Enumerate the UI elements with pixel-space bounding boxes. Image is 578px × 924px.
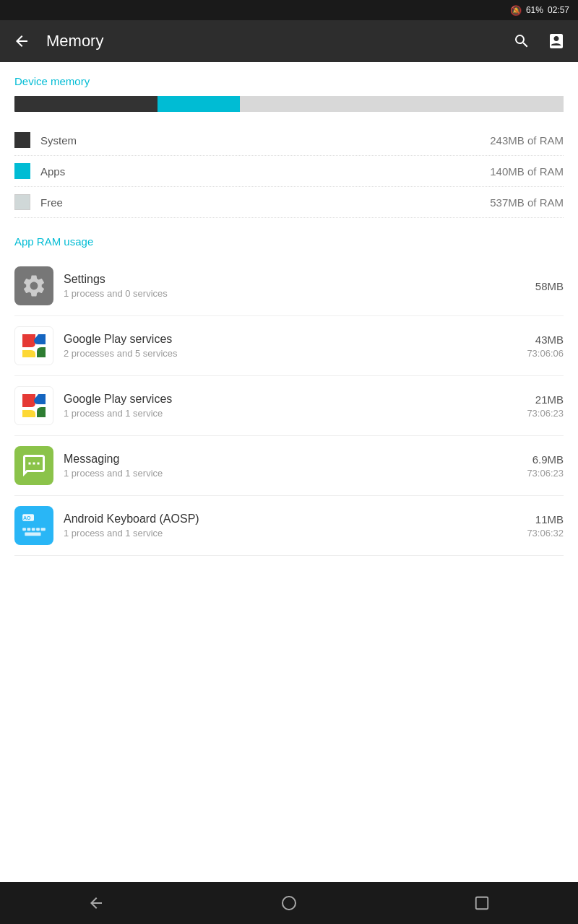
app-name-keyboard: Android Keyboard (AOSP) <box>64 513 517 526</box>
app-processes-settings: 1 process and 0 services <box>64 288 525 299</box>
app-info-play2: Google Play services 1 process and 1 ser… <box>64 393 517 419</box>
app-memory-keyboard: 11MB <box>535 513 564 526</box>
legend-item-system: System 243MB of RAM <box>14 125 564 156</box>
app-memory-play1: 43MB <box>535 334 564 346</box>
app-item-play1[interactable]: Google Play services 2 processes and 5 s… <box>14 316 564 376</box>
app-stats-play2: 21MB 73:06:23 <box>527 393 564 419</box>
nav-back-button[interactable] <box>74 887 118 919</box>
app-bar: Memory <box>0 20 578 62</box>
battery-level: 61% <box>526 5 543 15</box>
svg-rect-9 <box>41 528 46 531</box>
svg-rect-8 <box>36 528 40 531</box>
device-memory-section: Device memory System 243MB of RAM Apps 1… <box>14 75 564 218</box>
app-ram-title: App RAM usage <box>14 235 564 248</box>
app-time-play2: 73:06:23 <box>527 408 564 419</box>
notification-icon: 🔕 <box>510 5 522 16</box>
svg-rect-6 <box>27 528 31 531</box>
svg-rect-12 <box>475 897 488 910</box>
memory-bar-system <box>14 96 158 112</box>
main-content: Device memory System 243MB of RAM Apps 1… <box>0 62 578 882</box>
app-time-play1: 73:06:06 <box>527 348 564 359</box>
app-memory-play2: 21MB <box>535 393 564 406</box>
page-title: Memory <box>46 32 497 51</box>
legend-color-system <box>14 132 30 148</box>
app-memory-settings: 58MB <box>535 280 564 292</box>
memory-detail-button[interactable] <box>540 25 572 57</box>
app-info-settings: Settings 1 process and 0 services <box>64 273 525 299</box>
play-icon-2 <box>14 386 53 425</box>
memory-bar-free <box>240 96 564 112</box>
app-bar-actions <box>506 25 572 57</box>
app-item-play2[interactable]: Google Play services 1 process and 1 ser… <box>14 376 564 436</box>
svg-rect-7 <box>32 528 35 531</box>
svg-rect-5 <box>22 528 26 531</box>
keyboard-icon: AO SP <box>14 506 53 545</box>
nav-recents-button[interactable] <box>460 887 504 919</box>
memory-legend: System 243MB of RAM Apps 140MB of RAM Fr… <box>14 125 564 218</box>
svg-rect-10 <box>25 533 40 536</box>
app-list: Settings 1 process and 0 services 58MB <box>14 256 564 556</box>
messaging-icon <box>14 446 53 485</box>
svg-point-11 <box>282 897 296 910</box>
legend-item-free: Free 537MB of RAM <box>14 187 564 218</box>
app-time-messaging: 73:06:23 <box>527 468 564 479</box>
app-time-keyboard: 73:06:32 <box>527 528 564 539</box>
app-info-play1: Google Play services 2 processes and 5 s… <box>64 333 517 359</box>
app-processes-play2: 1 process and 1 service <box>64 408 517 419</box>
search-button[interactable] <box>506 25 538 57</box>
app-item-messaging[interactable]: Messaging 1 process and 1 service 6.9MB … <box>14 436 564 496</box>
legend-value-system: 243MB of RAM <box>490 134 564 147</box>
legend-label-system: System <box>40 134 490 147</box>
app-stats-play1: 43MB 73:06:06 <box>527 334 564 359</box>
app-name-play2: Google Play services <box>64 393 517 406</box>
app-item-settings[interactable]: Settings 1 process and 0 services 58MB <box>14 256 564 316</box>
legend-label-apps: Apps <box>40 165 490 178</box>
app-processes-play1: 2 processes and 5 services <box>64 348 517 359</box>
app-processes-messaging: 1 process and 1 service <box>64 468 517 479</box>
play-icon-1 <box>14 326 53 365</box>
app-name-settings: Settings <box>64 273 525 286</box>
legend-value-apps: 140MB of RAM <box>490 165 564 178</box>
memory-bar-apps <box>158 96 240 112</box>
legend-item-apps: Apps 140MB of RAM <box>14 156 564 187</box>
app-processes-keyboard: 1 process and 1 service <box>64 528 517 539</box>
status-bar: 🔕 61% 02:57 <box>0 0 578 20</box>
app-stats-keyboard: 11MB 73:06:32 <box>527 513 564 539</box>
app-info-keyboard: Android Keyboard (AOSP) 1 process and 1 … <box>64 513 517 539</box>
legend-color-apps <box>14 163 30 179</box>
app-ram-section: App RAM usage Settings 1 process and 0 s… <box>14 235 564 556</box>
status-time: 02:57 <box>548 5 569 15</box>
app-name-messaging: Messaging <box>64 453 517 466</box>
nav-bar <box>0 882 578 924</box>
app-item-keyboard[interactable]: AO SP Android Keyboard (AOSP) 1 process … <box>14 496 564 556</box>
back-button[interactable] <box>6 25 38 57</box>
memory-bar <box>14 96 564 112</box>
legend-label-free: Free <box>40 196 490 209</box>
app-memory-messaging: 6.9MB <box>532 453 564 466</box>
nav-home-button[interactable] <box>267 887 311 919</box>
app-name-play1: Google Play services <box>64 333 517 346</box>
legend-color-free <box>14 194 30 210</box>
svg-text:SP: SP <box>23 520 29 525</box>
device-memory-title: Device memory <box>14 75 564 87</box>
settings-icon <box>14 266 53 305</box>
app-stats-messaging: 6.9MB 73:06:23 <box>527 453 564 479</box>
app-info-messaging: Messaging 1 process and 1 service <box>64 453 517 479</box>
app-stats-settings: 58MB <box>535 280 564 292</box>
legend-value-free: 537MB of RAM <box>490 196 564 209</box>
